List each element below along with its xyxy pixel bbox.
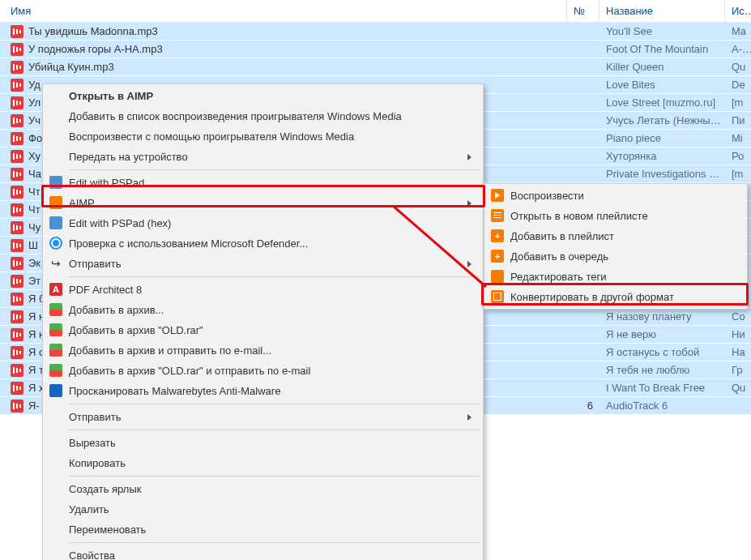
audio-file-icon <box>11 96 23 109</box>
cell-artist: Qu <box>725 61 751 73</box>
submenu-item[interactable]: Воспроизвести <box>486 186 745 206</box>
col-header-num[interactable]: № <box>567 0 600 22</box>
submenu-item-icon: + <box>491 250 504 263</box>
submenu-arrow-icon <box>467 414 472 421</box>
cell-artist: Ро <box>725 150 751 162</box>
audio-file-icon <box>11 364 23 377</box>
menu-item[interactable]: Edit with PSPad (hex) <box>45 213 481 233</box>
audio-file-icon <box>11 221 23 234</box>
filename-text: Чт <box>28 203 41 216</box>
menu-item-label: Удалить <box>69 503 109 515</box>
cell-artist: Гр <box>725 364 751 376</box>
menu-item-label: Переименовать <box>69 524 146 536</box>
cell-artist: На <box>725 346 751 358</box>
menu-item[interactable]: Передать на устройство <box>45 147 481 167</box>
menu-item[interactable]: Создать ярлык <box>45 479 481 499</box>
audio-file-icon <box>11 150 23 163</box>
submenu-item[interactable]: +Добавить в очередь <box>486 246 745 267</box>
menu-item-icon <box>49 344 62 357</box>
col-header-artist[interactable]: Ис… <box>725 0 751 22</box>
menu-item[interactable]: Переименовать <box>45 519 481 540</box>
menu-item-label: Добавить в архив "OLD.rar" <box>69 324 203 336</box>
submenu-item-label: Воспроизвести <box>510 190 584 202</box>
filename-text: Уд <box>28 79 41 91</box>
audio-file-icon <box>11 79 23 92</box>
submenu-item[interactable]: +Добавить в плейлист <box>486 226 745 246</box>
menu-item-label: Добавить в архив... <box>69 304 164 316</box>
filename-text: Ча <box>28 168 41 180</box>
menu-item-label: Отправить <box>69 411 121 423</box>
menu-item[interactable]: ↪Отправить <box>45 254 481 274</box>
audio-file-icon <box>11 203 23 216</box>
filename-text: Ш <box>28 239 38 251</box>
col-header-title[interactable]: Название <box>600 0 725 22</box>
table-row[interactable]: Убийца Куин.mp3Killer QueenQu <box>0 58 751 76</box>
menu-item-label: Добавить в архив и отправить по e-mail..… <box>69 344 271 357</box>
audio-file-icon <box>11 61 23 74</box>
table-row[interactable]: У подножья горы A-HA.mp3Foot Of The Moun… <box>0 41 751 58</box>
menu-item[interactable]: Добавить в архив и отправить по e-mail..… <box>45 340 481 361</box>
menu-item-label: Создать ярлык <box>69 483 141 495</box>
menu-item[interactable]: Проверка с использованием Microsoft Defe… <box>45 233 481 254</box>
menu-item-icon <box>49 216 62 229</box>
menu-item[interactable]: Добавить в список воспроизведения проигр… <box>45 106 481 126</box>
cell-title: Я останусь с тобой <box>600 346 725 358</box>
audio-file-icon <box>11 114 23 127</box>
menu-item-label: Вырезать <box>69 437 116 449</box>
menu-item-icon <box>49 364 62 377</box>
menu-item[interactable]: Добавить в архив... <box>45 300 481 320</box>
menu-separator <box>69 276 480 277</box>
submenu-item-icon <box>491 189 504 202</box>
submenu-item[interactable]: Редактировать теги <box>486 267 745 287</box>
cell-title: Foot Of The Mountain <box>600 43 725 55</box>
menu-item[interactable]: APDF Architect 8 <box>45 280 481 300</box>
cell-title: You'll See <box>600 25 725 37</box>
menu-item[interactable]: AIMP <box>45 193 481 213</box>
menu-item[interactable]: Удалить <box>45 499 481 519</box>
menu-item-icon <box>49 323 62 336</box>
menu-item-label: Edit with PSPad (hex) <box>69 217 171 229</box>
menu-item-label: Открыть в AIMP <box>69 90 153 102</box>
filename-text: Эт <box>28 275 41 287</box>
cell-artist: Qu <box>725 382 751 394</box>
menu-item-icon <box>49 237 62 250</box>
menu-item[interactable]: Edit with PSPad <box>45 173 481 193</box>
col-header-name[interactable]: Имя <box>0 0 567 22</box>
submenu-arrow-icon <box>467 261 472 267</box>
menu-item[interactable]: Вырезать <box>45 433 481 453</box>
filename-text: Убийца Куин.mp3 <box>28 61 114 73</box>
submenu-item[interactable]: Открыть в новом плейлисте <box>486 206 745 226</box>
cell-filename: Убийца Куин.mp3 <box>0 61 567 74</box>
filename-text: Ху <box>28 150 41 162</box>
menu-item[interactable]: Свойства <box>45 545 481 560</box>
filename-text: Эк <box>28 257 41 269</box>
menu-item-label: Воспроизвести с помощью проигрывателя Wi… <box>69 130 354 143</box>
cell-tracknum: 6 <box>567 400 600 412</box>
filename-text: Чт <box>28 186 41 198</box>
menu-item-label: Добавить в архив "OLD.rar" и отправить п… <box>69 365 310 377</box>
menu-item-label: Копировать <box>69 457 126 469</box>
audio-file-icon <box>11 310 23 323</box>
submenu-item-label: Добавить в плейлист <box>510 230 614 242</box>
menu-item[interactable]: Добавить в архив "OLD.rar" и отправить п… <box>45 361 481 381</box>
menu-item-label: Просканировать Malwarebytes Anti-Malware <box>69 385 280 397</box>
filename-text: Ты увидишь Madonna.mp3 <box>28 25 158 37</box>
submenu-item-icon: + <box>491 229 504 242</box>
cell-title: Я тебя не люблю <box>600 364 725 376</box>
audio-file-icon <box>11 43 23 56</box>
menu-item[interactable]: Отправить <box>45 407 481 427</box>
menu-item[interactable]: Просканировать Malwarebytes Anti-Malware <box>45 381 481 401</box>
filename-text: Чу <box>28 221 41 233</box>
filename-text: Уч <box>28 114 41 126</box>
cell-artist: Mi <box>725 132 751 144</box>
menu-item-icon: A <box>49 283 62 296</box>
menu-item-label: PDF Architect 8 <box>69 284 142 296</box>
menu-item[interactable]: Открыть в AIMP <box>45 86 481 106</box>
submenu-item[interactable]: Конвертировать в другой формат <box>486 287 745 307</box>
table-row[interactable]: Ты увидишь Madonna.mp3You'll SeeMa <box>0 23 751 41</box>
cell-artist: Пи <box>725 114 751 126</box>
menu-item[interactable]: Добавить в архив "OLD.rar" <box>45 320 481 340</box>
submenu-arrow-icon <box>467 200 472 207</box>
menu-item[interactable]: Копировать <box>45 453 481 473</box>
menu-item[interactable]: Воспроизвести с помощью проигрывателя Wi… <box>45 126 481 147</box>
